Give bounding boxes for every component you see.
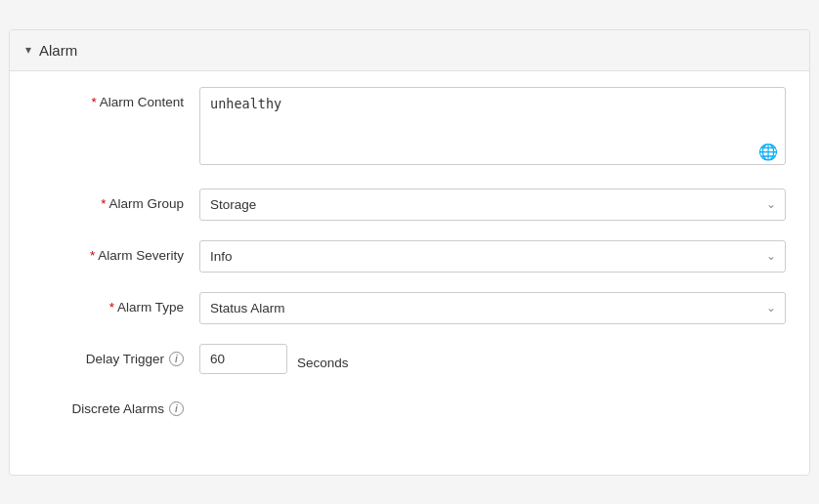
alarm-content-row: *Alarm Content unhealthy 🌐 <box>33 87 786 169</box>
alarm-group-label: *Alarm Group <box>33 189 199 211</box>
alarm-group-select[interactable]: Storage Network Compute Security <box>199 189 786 221</box>
alarm-content-label: *Alarm Content <box>33 87 199 109</box>
alarm-severity-label: *Alarm Severity <box>33 240 199 263</box>
alarm-group-select-wrapper: Storage Network Compute Security ⌄ <box>199 189 786 221</box>
alarm-severity-select[interactable]: Info Warning Critical <box>199 240 786 273</box>
alarm-severity-select-wrapper: Info Warning Critical ⌄ <box>199 240 786 273</box>
alarm-group-wrap: Storage Network Compute Security ⌄ <box>199 189 786 221</box>
globe-icon[interactable]: 🌐 <box>758 143 778 161</box>
discrete-alarms-wrap <box>199 394 786 411</box>
delay-trigger-label: Delay Trigger i <box>33 344 199 366</box>
alarm-type-wrap: Status Alarm Threshold Alarm Event Alarm… <box>199 292 786 324</box>
alarm-type-row: *Alarm Type Status Alarm Threshold Alarm… <box>33 292 786 324</box>
alarm-type-select[interactable]: Status Alarm Threshold Alarm Event Alarm <box>199 292 786 324</box>
alarm-type-select-wrapper: Status Alarm Threshold Alarm Event Alarm… <box>199 292 786 324</box>
required-star-3: * <box>90 248 95 263</box>
alarm-severity-row: *Alarm Severity Info Warning Critical ⌄ <box>33 240 786 273</box>
discrete-alarms-label: Discrete Alarms i <box>33 394 199 416</box>
alarm-type-label: *Alarm Type <box>33 292 199 315</box>
alarm-content-input[interactable]: unhealthy <box>199 87 786 165</box>
delay-trigger-inline: Seconds <box>199 344 786 374</box>
discrete-alarms-row: Discrete Alarms i <box>33 394 786 416</box>
form-body: *Alarm Content unhealthy 🌐 *Alarm Group … <box>10 71 809 451</box>
delay-trigger-info-icon[interactable]: i <box>169 352 184 366</box>
required-star: * <box>91 95 96 109</box>
card-header: ▾ Alarm <box>10 30 809 71</box>
alarm-severity-wrap: Info Warning Critical ⌄ <box>199 240 786 273</box>
alarm-group-row: *Alarm Group Storage Network Compute Sec… <box>33 189 786 221</box>
card-title: Alarm <box>39 42 77 59</box>
required-star-4: * <box>109 300 114 315</box>
delay-trigger-wrap: Seconds <box>199 344 786 374</box>
collapse-icon[interactable]: ▾ <box>25 43 31 57</box>
delay-trigger-input[interactable] <box>199 344 287 374</box>
discrete-alarms-info-icon[interactable]: i <box>169 401 184 416</box>
alarm-content-wrap: unhealthy 🌐 <box>199 87 786 169</box>
delay-trigger-row: Delay Trigger i Seconds <box>33 344 786 374</box>
required-star-2: * <box>101 196 106 211</box>
delay-trigger-unit: Seconds <box>297 348 349 370</box>
alarm-card: ▾ Alarm *Alarm Content unhealthy 🌐 *Alar… <box>9 29 810 476</box>
